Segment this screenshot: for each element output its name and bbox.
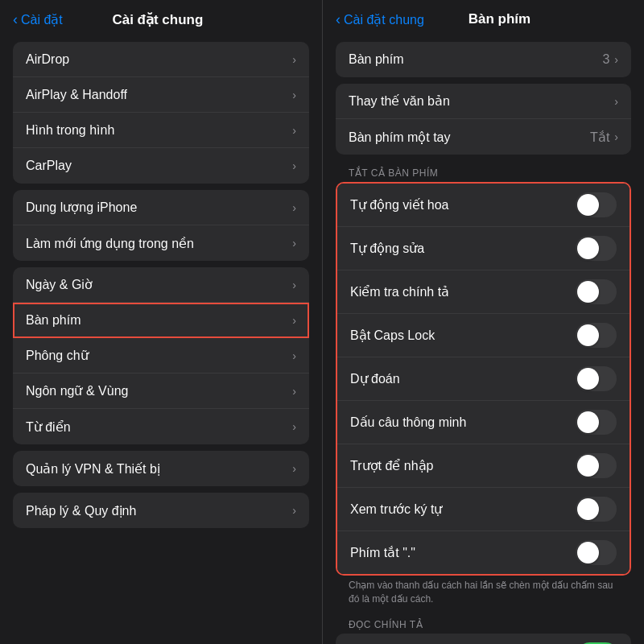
chevron-right-icon: › bbox=[292, 385, 296, 398]
right-back-chevron: ‹ bbox=[336, 12, 341, 27]
du-doan-row[interactable]: Dự đoán bbox=[337, 357, 630, 401]
du-doan-toggle[interactable] bbox=[576, 366, 617, 391]
right-group-2: Thay thế văn bản › Bàn phím một tay Tắt … bbox=[336, 84, 631, 155]
right-settings-content: Bàn phím 3 › Thay thế văn bản › Bàn phím… bbox=[323, 35, 644, 644]
chevron-right-icon: › bbox=[292, 462, 296, 475]
doc-chinh-ta-section-label: ĐỌC CHÍNH TẢ bbox=[323, 613, 644, 634]
left-group-2: Dung lượng iPhone › Làm mới ứng dụng tro… bbox=[13, 190, 309, 261]
bat-doc-chinh-ta-row[interactable]: Bật Đọc chính tả bbox=[336, 634, 631, 644]
tu-dong-sua-toggle[interactable] bbox=[576, 236, 617, 261]
thay-the-van-ban-row[interactable]: Thay thế văn bản › bbox=[336, 84, 631, 119]
right-group-keyboard-count: Bàn phím 3 › bbox=[336, 42, 631, 77]
tu-dong-sua-row[interactable]: Tự động sửa bbox=[337, 227, 630, 270]
chevron-right-icon: › bbox=[292, 53, 296, 66]
chevron-right-icon: › bbox=[292, 201, 296, 214]
sidebar-item-carplay[interactable]: CarPlay › bbox=[13, 148, 309, 184]
tu-dong-viet-hoa-row[interactable]: Tự động viết hoa bbox=[337, 184, 630, 227]
left-group-4: Quản lý VPN & Thiết bị › bbox=[13, 451, 309, 486]
chevron-right-icon: › bbox=[292, 314, 296, 327]
bat-caps-lock-row[interactable]: Bật Caps Lock bbox=[337, 314, 630, 357]
left-nav-bar: ‹ Cài đặt Cài đặt chung bbox=[0, 0, 322, 35]
phim-tat-dot-toggle[interactable] bbox=[576, 540, 617, 565]
chevron-right-icon: › bbox=[292, 159, 296, 172]
sidebar-item-airplay[interactable]: AirPlay & Handoff › bbox=[13, 77, 309, 113]
right-panel: ‹ Cài đặt chung Bàn phím Bàn phím 3 › Th… bbox=[322, 0, 644, 644]
right-back-label: Cài đặt chung bbox=[344, 12, 424, 27]
chevron-right-icon: › bbox=[614, 95, 618, 108]
sidebar-item-ngay-gio[interactable]: Ngày & Giờ › bbox=[13, 267, 309, 303]
sidebar-item-hinh-trong-hinh[interactable]: Hình trong hình › bbox=[13, 113, 309, 148]
sidebar-item-quan-ly-vpn[interactable]: Quản lý VPN & Thiết bị › bbox=[13, 451, 309, 486]
dau-cau-thong-minh-row[interactable]: Dấu câu thông minh bbox=[337, 401, 630, 444]
kiem-tra-chinh-ta-row[interactable]: Kiểm tra chính tả bbox=[337, 270, 630, 314]
left-back-chevron: ‹ bbox=[13, 12, 18, 27]
sidebar-item-phap-ly[interactable]: Pháp lý & Quy định › bbox=[13, 493, 309, 528]
right-group-doc-chinh-ta: Bật Đọc chính tả bbox=[336, 634, 631, 644]
chevron-right-icon: › bbox=[292, 349, 296, 362]
left-settings-content: AirDrop › AirPlay & Handoff › Hình trong… bbox=[0, 35, 322, 644]
truot-de-nhap-row[interactable]: Trượt để nhập bbox=[337, 444, 630, 488]
sidebar-item-tu-dien[interactable]: Từ điển › bbox=[13, 409, 309, 444]
toggle-group: Tự động viết hoa Tự động sửa Kiểm tra ch… bbox=[337, 184, 630, 574]
sidebar-item-airdrop[interactable]: AirDrop › bbox=[13, 42, 309, 77]
chevron-right-icon: › bbox=[292, 279, 296, 291]
sidebar-item-phong-chu[interactable]: Phông chữ › bbox=[13, 338, 309, 374]
sidebar-item-ban-phim[interactable]: Bàn phím › bbox=[13, 303, 309, 338]
chevron-right-icon: › bbox=[614, 53, 618, 66]
bat-caps-lock-toggle[interactable] bbox=[576, 323, 617, 348]
xem-truoc-ky-tu-row[interactable]: Xem trước ký tự bbox=[337, 488, 630, 531]
right-nav-title: Bàn phím bbox=[424, 11, 575, 27]
keyboard-count-row[interactable]: Bàn phím 3 › bbox=[336, 42, 631, 77]
truot-de-nhap-toggle[interactable] bbox=[576, 453, 617, 478]
chevron-right-icon: › bbox=[614, 130, 618, 143]
section-note: Chạm vào thanh dấu cách hai lần sẽ chèn … bbox=[323, 576, 644, 613]
phim-tat-dot-row[interactable]: Phím tắt "." bbox=[337, 531, 630, 574]
right-nav-bar: ‹ Cài đặt chung Bàn phím bbox=[323, 0, 644, 35]
chevron-right-icon: › bbox=[292, 420, 296, 433]
left-back-button[interactable]: ‹ Cài đặt bbox=[13, 12, 63, 27]
sidebar-item-dung-luong[interactable]: Dung lượng iPhone › bbox=[13, 190, 309, 225]
chevron-right-icon: › bbox=[292, 124, 296, 137]
all-keyboards-section-label: TẮT CẢ BÀN PHÍM bbox=[323, 161, 644, 182]
left-panel: ‹ Cài đặt Cài đặt chung AirDrop › AirPla… bbox=[0, 0, 322, 644]
kiem-tra-chinh-ta-toggle[interactable] bbox=[576, 279, 617, 304]
left-group-1: AirDrop › AirPlay & Handoff › Hình trong… bbox=[13, 42, 309, 184]
sidebar-item-lam-moi[interactable]: Làm mới ứng dụng trong nền › bbox=[13, 225, 309, 261]
chevron-right-icon: › bbox=[292, 504, 296, 517]
chevron-right-icon: › bbox=[292, 89, 296, 101]
chevron-right-icon: › bbox=[292, 237, 296, 250]
left-nav-title: Cài đặt chung bbox=[63, 11, 253, 28]
xem-truoc-ky-tu-toggle[interactable] bbox=[576, 497, 617, 522]
sidebar-item-ngon-ngu[interactable]: Ngôn ngữ & Vùng › bbox=[13, 374, 309, 409]
ban-phim-mot-tay-row[interactable]: Bàn phím một tay Tắt › bbox=[336, 119, 631, 155]
tu-dong-viet-hoa-toggle[interactable] bbox=[576, 192, 617, 217]
left-group-5: Pháp lý & Quy định › bbox=[13, 493, 309, 528]
right-back-button[interactable]: ‹ Cài đặt chung bbox=[336, 12, 424, 27]
left-group-3: Ngày & Giờ › Bàn phím › Phông chữ › Ngôn… bbox=[13, 267, 309, 444]
dau-cau-thong-minh-toggle[interactable] bbox=[576, 410, 617, 435]
left-back-label: Cài đặt bbox=[21, 12, 63, 27]
